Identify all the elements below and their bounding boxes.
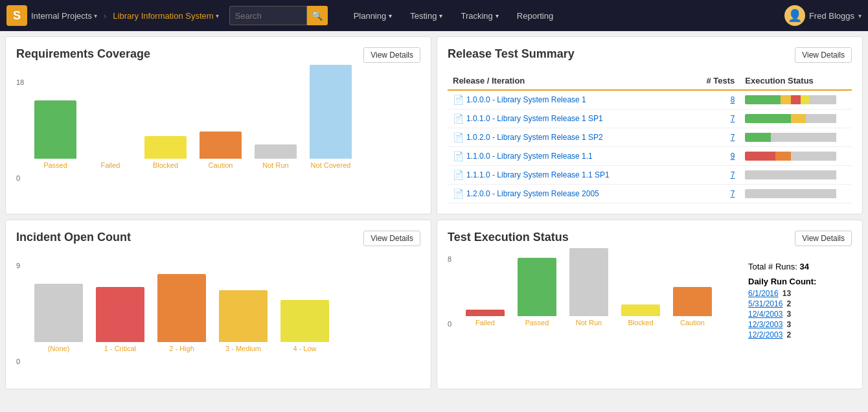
release-link[interactable]: 📄1.0.2.0 - Library System Release 1 SP2	[453, 132, 680, 143]
release-name-cell: 📄1.0.1.0 - Library System Release 1 SP1	[448, 109, 685, 128]
user-dropdown-arrow: ▾	[858, 12, 862, 19]
total-runs: Total # Runs: 34	[748, 262, 852, 271]
daily-run-date[interactable]: 12/2/2003	[748, 330, 782, 339]
release-test-summary-view-details[interactable]: View Details	[795, 47, 852, 63]
search-button[interactable]: 🔍	[307, 6, 328, 25]
release-link[interactable]: 📄1.1.1.0 - Library System Release 1.1 SP…	[453, 170, 680, 180]
status-bar-segment	[745, 95, 781, 104]
bar	[466, 310, 505, 316]
user-area[interactable]: 👤 Fred Bloggs ▾	[784, 5, 862, 26]
bar	[96, 287, 144, 342]
status-bar-segment	[791, 114, 806, 123]
status-bar-segment	[745, 170, 836, 179]
bar-label: (None)	[48, 345, 70, 352]
bar-group: Not Run	[255, 144, 297, 169]
project-dropdown-arrow: ▾	[216, 12, 219, 19]
release-link[interactable]: 📄1.0.1.0 - Library System Release 1 SP1	[453, 113, 680, 124]
status-bar-segment	[806, 114, 836, 123]
status-bar-segment	[771, 133, 837, 142]
daily-run-date[interactable]: 6/1/2016	[748, 289, 779, 298]
bar-label: Caution	[680, 319, 705, 326]
bar-group: Failed	[89, 159, 131, 169]
incident-open-count-header: Incident Open Count View Details	[16, 231, 420, 246]
tests-count-cell[interactable]: 8	[685, 90, 740, 109]
breadcrumb-separator: ›	[104, 11, 106, 21]
incident-open-count-view-details[interactable]: View Details	[363, 231, 420, 246]
main-content: Requirements Coverage View Details 18 0 …	[0, 31, 868, 395]
bar-group: Passed	[518, 258, 556, 326]
bar	[34, 284, 83, 342]
tests-count-cell[interactable]: 7	[685, 128, 740, 147]
user-avatar: 👤	[784, 5, 805, 26]
requirements-coverage-view-details[interactable]: View Details	[363, 47, 420, 63]
bar	[310, 65, 352, 159]
search-area: 🔍	[229, 6, 328, 25]
exec-chart-area: 8 0 FailedPassedNot RunBlockedCaution To…	[448, 255, 852, 341]
nav-reporting[interactable]: Reporting	[508, 0, 562, 31]
nav-links: Planning ▾ Testing ▾ Tracking ▾ Reportin…	[345, 0, 563, 31]
user-name: Fred Bloggs	[809, 11, 854, 21]
bar-group: (None)	[34, 284, 83, 352]
release-name-cell: 📄1.0.0.0 - Library System Release 1	[448, 90, 685, 109]
bar-label: 1 - Critical	[104, 345, 137, 352]
test-execution-status-title: Test Execution Status	[448, 231, 569, 244]
daily-run-item: 12/3/20033	[748, 320, 852, 329]
project-name-dropdown[interactable]: Library Information System ▾	[113, 11, 218, 21]
test-execution-status-header: Test Execution Status View Details	[448, 231, 852, 246]
tests-count-cell[interactable]: 9	[685, 147, 740, 166]
status-bar-segment	[745, 152, 775, 161]
bar-label: Not Covered	[311, 161, 351, 169]
status-bar-segment	[791, 95, 801, 104]
nav-testing[interactable]: Testing ▾	[401, 0, 451, 31]
release-test-summary-title: Release Test Summary	[448, 47, 575, 61]
bar-label: Passed	[43, 161, 67, 169]
tests-count-cell[interactable]: 7	[685, 109, 740, 128]
bar	[569, 248, 608, 316]
nav-tracking[interactable]: Tracking ▾	[451, 0, 507, 31]
app-logo[interactable]: S	[6, 5, 27, 26]
status-bar-segment	[745, 133, 770, 142]
daily-run-item: 5/31/20162	[748, 299, 852, 308]
table-row: 📄1.0.1.0 - Library System Release 1 SP17	[448, 109, 852, 128]
status-bar-segment	[745, 189, 836, 198]
release-name-cell: 📄1.1.1.0 - Library System Release 1.1 SP…	[448, 166, 685, 185]
status-bar-segment	[791, 152, 836, 161]
requirements-coverage-title: Requirements Coverage	[16, 47, 150, 61]
daily-run-count: 3	[786, 320, 791, 329]
release-link[interactable]: 📄1.0.0.0 - Library System Release 1	[453, 95, 680, 105]
release-icon: 📄	[453, 132, 464, 143]
internal-projects-dropdown[interactable]: Internal Projects ▾	[31, 11, 97, 21]
bar-group: Blocked	[621, 304, 660, 326]
dropdown-arrow: ▾	[94, 12, 97, 19]
table-row: 📄1.0.0.0 - Library System Release 18	[448, 90, 852, 109]
daily-run-item: 6/1/201613	[748, 289, 852, 298]
tests-count-cell[interactable]: 7	[685, 185, 740, 203]
exec-legend: Total # Runs: 34 Daily Run Count: 6/1/20…	[748, 255, 852, 341]
release-link[interactable]: 📄1.2.0.0 - Library System Release 2005	[453, 189, 680, 199]
tests-count-cell[interactable]: 7	[685, 166, 740, 185]
tracking-arrow: ▾	[496, 12, 499, 19]
bar-group: Blocked	[144, 136, 187, 169]
col-execution-status: Execution Status	[740, 72, 852, 90]
nav-planning[interactable]: Planning ▾	[345, 0, 402, 31]
search-input[interactable]	[229, 6, 307, 25]
bar-label: Blocked	[628, 319, 653, 326]
bar-group: Failed	[466, 310, 505, 326]
bar-label: Caution	[209, 161, 233, 169]
daily-run-count: 2	[786, 330, 791, 339]
col-release: Release / Iteration	[448, 72, 685, 90]
navbar: S Internal Projects ▾ › Library Informat…	[0, 0, 868, 31]
status-bar-cell	[740, 109, 852, 128]
requirements-coverage-chart: 18 0 PassedFailedBlockedCautionNot RunNo…	[16, 72, 420, 195]
test-execution-status-view-details[interactable]: View Details	[795, 231, 852, 246]
bar-label: Not Run	[576, 319, 602, 326]
status-bar-segment	[781, 95, 791, 104]
daily-run-date[interactable]: 5/31/2016	[748, 299, 782, 308]
release-name-cell: 📄1.1.0.0 - Library System Release 1.1	[448, 147, 685, 166]
status-bar-cell	[740, 128, 852, 147]
daily-run-date[interactable]: 12/4/2003	[748, 310, 782, 319]
bar	[280, 300, 329, 342]
daily-run-date[interactable]: 12/3/2003	[748, 320, 782, 329]
release-link[interactable]: 📄1.1.0.0 - Library System Release 1.1	[453, 151, 680, 161]
test-execution-status-card: Test Execution Status View Details 8 0 F…	[437, 220, 863, 389]
